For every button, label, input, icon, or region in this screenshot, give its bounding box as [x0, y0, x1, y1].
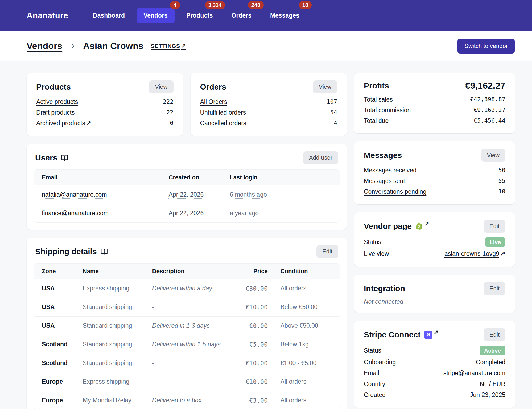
products-card: Products View Active products 222 Draft …	[27, 73, 183, 136]
shipping-zone: USA	[34, 298, 76, 317]
shipping-table: Zone Name Description Price Condition US…	[34, 263, 340, 409]
live-view-label: Live view	[364, 250, 389, 258]
stat-row: Total commission €9,162.27	[364, 105, 505, 115]
shipping-condition: All orders	[274, 391, 340, 409]
stat-row: Messages sent 55	[364, 176, 505, 186]
main-content: Products View Active products 222 Draft …	[0, 61, 532, 409]
nav-item-dashboard[interactable]: Dashboard	[86, 8, 132, 23]
conversations-pending-link[interactable]: Conversations pending	[364, 187, 426, 196]
shipping-row: Europe My Mondial Relay Delivered to a b…	[34, 391, 340, 409]
nav-item-orders[interactable]: Orders 240	[225, 8, 258, 23]
shipping-condition: Above €50.00	[274, 317, 340, 335]
vendor-page-card: Vendor page S ↗ Edit Status	[354, 212, 515, 267]
book-icon[interactable]	[61, 154, 68, 161]
integration-edit-button[interactable]: Edit	[484, 282, 505, 295]
shipping-description: Delivered within 1-5 days	[146, 335, 239, 354]
stripe-country-label: Country	[364, 380, 385, 388]
shipping-details-card: Shipping details Edit Zone Name	[27, 238, 347, 409]
stat-row: Total due €5,456.44	[364, 115, 505, 126]
shipping-row: Scotland Standard shipping - €10.00 €1.0…	[34, 354, 340, 372]
stat-row: Total sales €42,898.87	[364, 94, 505, 105]
chevron-right-icon	[69, 43, 76, 50]
stripe-icon: S	[424, 331, 432, 339]
shipping-name: Standard shipping	[76, 317, 146, 335]
shipping-condition: All orders	[274, 279, 340, 298]
total-sales-value: €42,898.87	[470, 95, 505, 104]
messages-received-label: Messages received	[364, 166, 416, 175]
stat-row: Draft products 22	[36, 107, 174, 118]
stripe-email-label: Email	[364, 369, 379, 377]
top-nav: Ananature Dashboard Vendors 4 Products 3…	[0, 0, 532, 31]
stripe-created-value: Jun 23, 2025	[470, 391, 505, 399]
left-column: Products View Active products 222 Draft …	[27, 73, 347, 409]
unfulfilled-orders-link[interactable]: Unfulfilled orders	[200, 108, 246, 117]
settings-link[interactable]: SETTINGS ↗	[151, 43, 186, 49]
shipping-zone: Europe	[34, 391, 76, 409]
right-column: Profits €9,162.27 Total sales €42,898.87…	[354, 73, 515, 408]
users-table: Email Created on Last login natalia@anan…	[34, 169, 340, 223]
products-count-badge: 3,314	[205, 1, 225, 9]
live-view-link[interactable]: asian-crowns-1ovg9	[444, 250, 499, 258]
stripe-edit-button[interactable]: Edit	[484, 328, 505, 341]
shipping-price: €30.00	[239, 279, 274, 298]
messages-view-button[interactable]: View	[481, 149, 505, 162]
orders-view-button[interactable]: View	[313, 80, 337, 93]
shipping-edit-button[interactable]: Edit	[316, 245, 338, 258]
users-title-label: Users	[35, 153, 57, 162]
live-status-badge: Live	[485, 237, 505, 247]
messages-count-badge: 10	[299, 1, 312, 9]
shipping-row: USA Standard shipping Delivered in 1-3 d…	[34, 317, 340, 335]
add-user-button[interactable]: Add user	[303, 151, 338, 164]
user-created-date[interactable]: Apr 22, 2026	[169, 191, 204, 198]
orders-card-title: Orders	[200, 82, 226, 91]
active-status-badge: Active	[480, 346, 505, 355]
user-email[interactable]: finance@ananature.com	[42, 210, 109, 217]
breadcrumb-vendors-link[interactable]: Vendors	[27, 41, 62, 51]
user-last-login[interactable]: a year ago	[230, 210, 259, 217]
nav-label-dashboard: Dashboard	[93, 12, 125, 19]
user-last-login[interactable]: 6 months ago	[230, 191, 267, 198]
page-header: Vendors Asian Crowns SETTINGS ↗ Switch t…	[0, 31, 532, 61]
vendor-page-edit-button[interactable]: Edit	[484, 220, 505, 233]
products-view-button[interactable]: View	[149, 80, 173, 93]
switch-to-vendor-button[interactable]: Switch to vendor	[457, 39, 515, 54]
user-created-date[interactable]: Apr 22, 2026	[169, 210, 204, 217]
shopify-external-link[interactable]: S ↗	[415, 222, 429, 230]
stripe-email-value: stripe@ananature.com	[443, 369, 505, 377]
shipping-condition: Below 1kg	[274, 335, 340, 354]
all-orders-value: 107	[327, 98, 337, 106]
users-col-created: Created on	[162, 170, 224, 185]
nav-item-products[interactable]: Products 3,314	[179, 8, 220, 23]
shipping-condition: Below €50.00	[274, 298, 340, 317]
stripe-external-link[interactable]: S ↗	[424, 331, 438, 339]
book-icon[interactable]	[101, 248, 108, 255]
messages-sent-value: 55	[498, 177, 506, 185]
stripe-card-title: Stripe Connect S ↗	[364, 330, 439, 339]
cancelled-orders-link[interactable]: Cancelled orders	[200, 119, 246, 127]
user-row: finance@ananature.com Apr 22, 2026 a yea…	[34, 204, 340, 223]
nav-item-messages[interactable]: Messages 10	[263, 8, 306, 23]
shipping-row: USA Standard shipping - €10.00 Below €50…	[34, 298, 340, 317]
draft-products-link[interactable]: Draft products	[36, 108, 75, 117]
archived-products-link[interactable]: Archived products ↗	[36, 119, 91, 127]
stat-row: Archived products ↗ 0	[36, 118, 174, 128]
nav-label-orders: Orders	[232, 12, 251, 19]
nav-label-products: Products	[186, 12, 213, 19]
shipping-zone: USA	[34, 279, 76, 298]
orders-count-badge: 240	[248, 1, 264, 9]
vendor-page-card-title: Vendor page S ↗	[364, 222, 429, 231]
users-card: Users Add user Email Created on	[27, 144, 347, 230]
all-orders-link[interactable]: All Orders	[200, 98, 227, 106]
user-email[interactable]: natalia@ananature.com	[42, 191, 107, 198]
brand-logo[interactable]: Ananature	[27, 11, 68, 21]
page-title: Asian Crowns	[83, 41, 143, 51]
shopify-icon: S	[415, 222, 423, 230]
shipping-condition: €1.00 - €5.00	[274, 354, 340, 372]
nav-item-vendors[interactable]: Vendors 4	[137, 8, 175, 23]
messages-sent-label: Messages sent	[364, 177, 405, 185]
shipping-name: My Mondial Relay	[76, 391, 146, 409]
active-products-link[interactable]: Active products	[36, 98, 78, 106]
shipping-table-header: Zone Name Description Price Condition	[34, 264, 340, 279]
shipping-description: Delivered to a box	[146, 391, 239, 409]
stat-row: Unfulfilled orders 54	[200, 107, 337, 118]
